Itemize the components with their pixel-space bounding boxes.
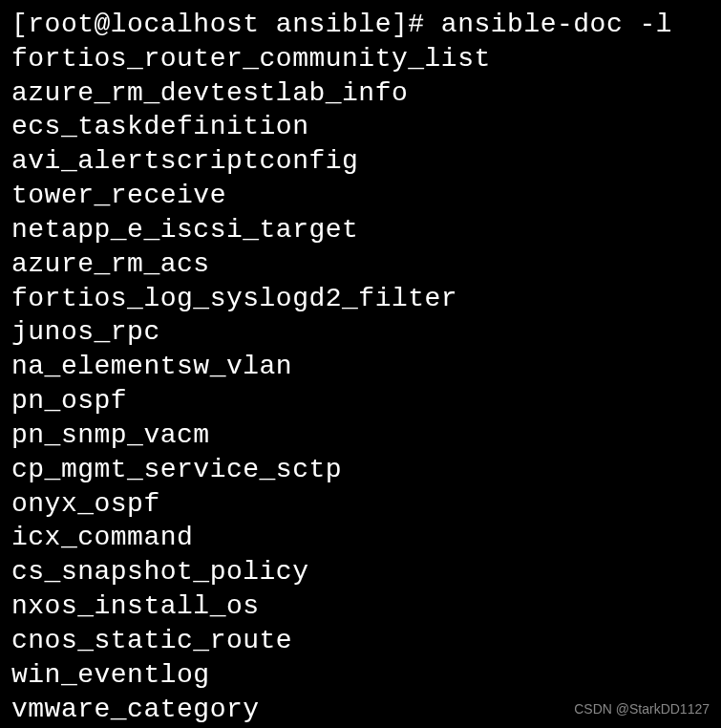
module-line: azure_rm_acs [11,247,710,282]
module-line: nxos_install_os [11,589,710,624]
module-line: azure_rm_devtestlab_info [11,76,710,111]
module-line: fortios_log_syslogd2_filter [11,282,710,316]
module-line: na_elementsw_vlan [11,350,710,384]
module-line: avi_alertscriptconfig [11,144,710,179]
module-line: pn_snmp_vacm [11,418,710,453]
prompt-line[interactable]: [root@localhost ansible]# ansible-doc -l [11,8,710,42]
module-line: tower_receive [11,179,710,213]
module-line: junos_rpc [11,315,710,350]
module-line: cs_snapshot_policy [11,555,710,589]
module-line: icx_command [11,521,710,555]
watermark: CSDN @StarkDD1127 [574,701,710,718]
module-line: fortios_router_community_list [11,42,710,76]
module-line: pn_ospf [11,384,710,418]
module-line: netapp_e_iscsi_target [11,213,710,247]
module-line: cp_mgmt_service_sctp [11,453,710,487]
module-line: win_eventlog [11,658,710,693]
module-line: ecs_taskdefinition [11,110,710,144]
module-line: cnos_static_route [11,624,710,658]
module-line: onyx_ospf [11,487,710,522]
